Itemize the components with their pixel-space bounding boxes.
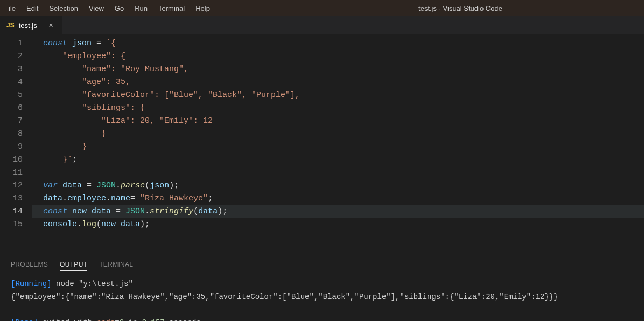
code-line[interactable]: console.log(new_data); <box>32 218 644 231</box>
menu-help[interactable]: Help <box>190 2 215 15</box>
menu-selection[interactable]: Selection <box>44 2 83 15</box>
code-line[interactable]: }`; <box>32 153 644 166</box>
done-eq: = <box>115 318 119 321</box>
tab-filename: test.js <box>19 22 37 30</box>
close-icon[interactable]: × <box>47 21 55 30</box>
code-line[interactable]: "siblings": { <box>32 102 644 115</box>
done-code-value: 0 <box>120 318 124 321</box>
menu-edit[interactable]: Edit <box>21 2 44 15</box>
panel-tabs: PROBLEMSOUTPUTTERMINAL <box>0 256 644 275</box>
code-line[interactable]: data.employee.name= "Riza Hawkeye"; <box>32 192 644 205</box>
line-number: 1 <box>0 37 32 50</box>
code-line[interactable]: "name": "Roy Mustang", <box>32 63 644 76</box>
line-number: 8 <box>0 128 32 141</box>
javascript-icon: JS <box>6 22 15 29</box>
menu-run[interactable]: Run <box>129 2 153 15</box>
code-line[interactable]: "employee": { <box>32 50 644 63</box>
line-number: 15 <box>0 218 32 231</box>
editor[interactable]: 123456789101112131415 const json = `{ "e… <box>0 35 644 256</box>
line-number: 3 <box>0 63 32 76</box>
panel-tab-problems[interactable]: PROBLEMS <box>11 261 48 271</box>
output-blank-line <box>11 303 633 316</box>
code-area[interactable]: const json = `{ "employee": { "name": "R… <box>32 35 644 256</box>
code-line[interactable]: } <box>32 128 644 141</box>
line-number: 6 <box>0 102 32 115</box>
output-content[interactable]: [Running] node "y:\test.js" {"employee":… <box>0 275 644 321</box>
done-label: [Done] <box>11 318 38 321</box>
line-number: 4 <box>0 76 32 89</box>
tab-bar: JS test.js × <box>0 16 644 35</box>
done-seconds: 0.157 <box>142 318 165 321</box>
line-number: 13 <box>0 192 32 205</box>
code-line[interactable] <box>32 166 644 179</box>
code-line[interactable]: "age": 35, <box>32 76 644 89</box>
line-number: 11 <box>0 166 32 179</box>
code-line[interactable]: "Liza": 20, "Emily": 12 <box>32 115 644 128</box>
running-label: [Running] <box>11 280 52 288</box>
panel-tab-output[interactable]: OUTPUT <box>60 261 87 271</box>
running-command: node "y:\test.js" <box>52 280 133 288</box>
output-line-result: {"employee":{"name":"Riza Hawkeye","age"… <box>11 290 633 303</box>
menu-go[interactable]: Go <box>109 2 129 15</box>
done-code-key: code <box>97 318 115 321</box>
line-number: 10 <box>0 153 32 166</box>
menu-terminal[interactable]: Terminal <box>153 2 190 15</box>
code-line[interactable]: "favoriteColor": ["Blue", "Black", "Purp… <box>32 89 644 102</box>
code-line[interactable]: } <box>32 141 644 153</box>
window-title: test.js - Visual Studio Code <box>280 4 641 12</box>
output-line-running: [Running] node "y:\test.js" <box>11 277 633 290</box>
done-text-1: exited with <box>38 318 96 321</box>
done-text-3: seconds <box>165 318 201 321</box>
line-number: 9 <box>0 141 32 153</box>
line-number: 2 <box>0 50 32 63</box>
menubar: ileEditSelectionViewGoRunTerminalHelp te… <box>0 0 644 16</box>
code-line[interactable]: const json = `{ <box>32 37 644 50</box>
line-number: 7 <box>0 115 32 128</box>
bottom-panel: PROBLEMSOUTPUTTERMINAL [Running] node "y… <box>0 256 644 321</box>
menu-ile[interactable]: ile <box>3 2 21 15</box>
code-line[interactable]: var data = JSON.parse(json); <box>32 179 644 192</box>
line-number-gutter: 123456789101112131415 <box>0 35 32 256</box>
menu-view[interactable]: View <box>83 2 109 15</box>
line-number: 12 <box>0 179 32 192</box>
line-number: 5 <box>0 89 32 102</box>
output-line-done: [Done] exited with code=0 in 0.157 secon… <box>11 316 633 321</box>
panel-tab-terminal[interactable]: TERMINAL <box>99 261 133 271</box>
code-line[interactable]: const new_data = JSON.stringify(data); <box>32 205 644 218</box>
line-number: 14 <box>0 205 32 218</box>
tab-testjs[interactable]: JS test.js × <box>0 16 62 34</box>
done-text-2: in <box>124 318 142 321</box>
